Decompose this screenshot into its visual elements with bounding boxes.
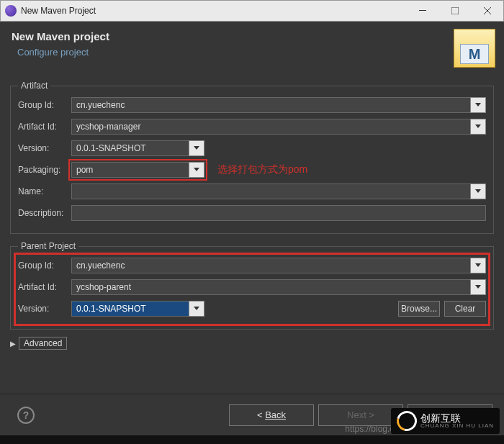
parent-artifact-id-label: Artifact Id: (18, 282, 71, 292)
wizard-footer: ? < Back Next > Finish https://blog.csd … (0, 394, 504, 435)
browse-button[interactable]: Browse... (398, 301, 440, 317)
parent-artifact-id-combo[interactable] (71, 279, 486, 295)
triangle-right-icon: ▶ (10, 340, 16, 348)
artifact-id-row: Artifact Id: (18, 118, 486, 135)
svg-marker-5 (475, 124, 481, 128)
window-title: New Maven Project (21, 6, 406, 16)
page-title: New Maven project (12, 30, 492, 42)
description-input[interactable] (71, 205, 486, 221)
packaging-row: Packaging: 选择打包方式为pom (18, 161, 486, 178)
parent-group-id-combo[interactable] (71, 258, 486, 273)
name-label: Name: (18, 186, 71, 196)
group-id-combo[interactable] (71, 97, 486, 113)
description-label: Description: (18, 208, 71, 218)
wizard-header: New Maven project Configure project M (0, 22, 504, 73)
packaging-input[interactable] (71, 162, 189, 178)
chevron-down-icon[interactable] (189, 301, 204, 317)
svg-marker-10 (475, 285, 481, 289)
svg-marker-7 (194, 168, 199, 171)
logo-circle-icon (393, 407, 420, 435)
close-button[interactable] (471, 1, 503, 21)
chevron-down-icon[interactable] (470, 258, 486, 273)
artifact-id-combo[interactable] (71, 119, 486, 135)
chevron-down-icon[interactable] (189, 140, 204, 156)
parent-artifact-id-row: Artifact Id: (18, 278, 486, 296)
packaging-combo[interactable] (71, 162, 204, 178)
description-row: Description: (18, 204, 486, 222)
clear-button[interactable]: Clear (444, 301, 486, 317)
parent-group-id-row: Group Id: (18, 257, 486, 274)
group-id-label: Group Id: (18, 100, 71, 110)
artifact-id-label: Artifact Id: (18, 122, 71, 132)
help-icon[interactable]: ? (17, 407, 35, 424)
parent-version-combo[interactable] (71, 301, 204, 317)
version-input[interactable] (71, 140, 189, 156)
version-label: Version: (18, 143, 71, 153)
svg-rect-1 (451, 7, 459, 14)
parent-legend: Parent Project (18, 241, 78, 251)
svg-marker-11 (194, 307, 199, 310)
version-row: Version: (18, 140, 486, 157)
titlebar: New Maven Project (0, 0, 504, 22)
svg-rect-0 (419, 10, 426, 11)
maximize-button[interactable] (438, 1, 471, 21)
artifact-legend: Artifact (18, 81, 50, 91)
back-button[interactable]: < Back (229, 404, 314, 426)
page-subtitle: Configure project (17, 47, 492, 58)
minimize-button[interactable] (406, 1, 438, 21)
maven-m-badge: M (460, 44, 489, 64)
chevron-down-icon[interactable] (189, 162, 204, 178)
svg-marker-4 (475, 103, 481, 107)
name-row: Name: (18, 183, 486, 200)
name-combo[interactable] (71, 184, 486, 199)
content-area: Artifact Group Id: Artifact Id: Version: (0, 73, 504, 394)
group-id-input[interactable] (71, 97, 470, 113)
artifact-fieldset: Artifact Group Id: Artifact Id: Version: (10, 81, 494, 234)
advanced-label: Advanced (19, 337, 67, 350)
packaging-label: Packaging: (18, 165, 71, 175)
parent-artifact-id-input[interactable] (71, 279, 470, 295)
group-id-row: Group Id: (18, 96, 486, 114)
parent-fieldset: Parent Project Group Id: Artifact Id: Ve… (10, 241, 494, 330)
svg-marker-8 (475, 189, 481, 193)
svg-marker-9 (475, 263, 481, 267)
chevron-down-icon[interactable] (470, 97, 486, 113)
version-combo[interactable] (71, 140, 204, 156)
svg-marker-6 (194, 146, 199, 150)
parent-version-label: Version: (18, 304, 71, 314)
packaging-annotation: 选择打包方式为pom (217, 163, 307, 176)
parent-group-id-label: Group Id: (18, 260, 71, 271)
advanced-toggle[interactable]: ▶ Advanced (10, 337, 494, 350)
eclipse-icon (5, 5, 17, 17)
maven-folder-icon: M (454, 29, 495, 68)
parent-version-row: Version: Browse... Clear (18, 300, 486, 317)
parent-group-id-input[interactable] (71, 258, 470, 273)
chevron-down-icon[interactable] (470, 119, 486, 135)
artifact-id-input[interactable] (71, 119, 470, 135)
watermark-logo: 创新互联CHUANG XIN HU LIAN (391, 408, 500, 434)
logo-text: 创新互联CHUANG XIN HU LIAN (420, 413, 494, 429)
name-input[interactable] (71, 184, 470, 199)
chevron-down-icon[interactable] (470, 279, 486, 295)
parent-version-input[interactable] (71, 301, 189, 317)
chevron-down-icon[interactable] (470, 184, 486, 199)
